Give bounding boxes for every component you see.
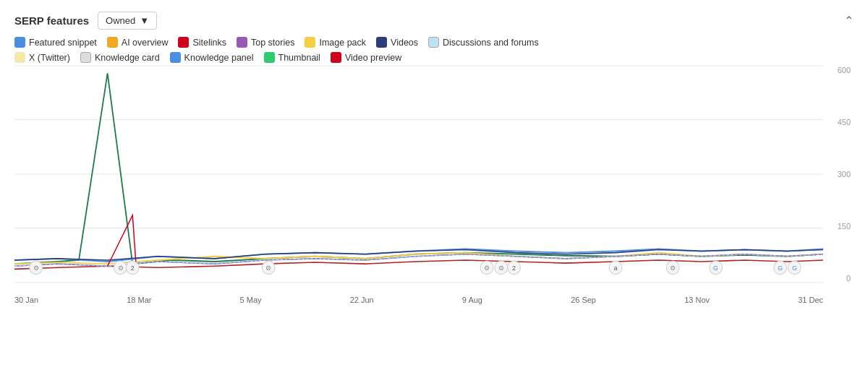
checkbox-sitelinks[interactable] — [178, 37, 189, 48]
checkbox-video-preview[interactable] — [331, 52, 341, 63]
legend-knowledge-card[interactable]: Knowledge card — [80, 52, 160, 63]
event-marker-10-label: G — [713, 264, 718, 272]
checkbox-knowledge-panel[interactable] — [170, 52, 181, 63]
legend-label-top-stories: Top stories — [251, 38, 294, 48]
legend-label-ai-overview: AI overview — [122, 38, 169, 48]
event-marker-2-icon: ⚙ — [118, 264, 124, 272]
checkbox-discussions[interactable] — [428, 37, 439, 48]
checkbox-knowledge-card[interactable] — [80, 52, 91, 63]
legend-label-thumbnail: Thumbnail — [278, 53, 320, 63]
legend-x-twitter[interactable]: X (Twitter) — [14, 52, 70, 63]
legend-label-knowledge-panel: Knowledge panel — [184, 53, 254, 63]
chart-svg: ⚙ ⚙ 2 ⚙ ⚙ ⚙ 2 a ⚙ G — [14, 66, 823, 283]
y-label-0: 0 — [846, 274, 851, 283]
legend-label-discussions: Discussions and forums — [443, 38, 539, 48]
legend-videos[interactable]: Videos — [376, 37, 418, 48]
panel-title: SERP features — [14, 14, 89, 27]
checkbox-ai-overview[interactable] — [107, 37, 118, 48]
x-label-mar: 18 Mar — [127, 296, 151, 304]
legend-label-sitelinks: Sitelinks — [192, 38, 226, 48]
serp-features-panel: SERP features Owned ▼ ⌃ Featured snippet… — [0, 0, 868, 370]
legend-label-featured-snippet: Featured snippet — [29, 38, 97, 48]
event-marker-9-icon: ⚙ — [670, 264, 676, 272]
panel-header: SERP features Owned ▼ ⌃ — [14, 12, 854, 30]
legend-row2: X (Twitter) Knowledge card Knowledge pan… — [14, 52, 854, 63]
checkbox-top-stories[interactable] — [237, 37, 247, 48]
legend: Featured snippet AI overview Sitelinks T… — [14, 37, 854, 48]
checkbox-x-twitter[interactable] — [14, 52, 25, 63]
checkbox-thumbnail[interactable] — [264, 52, 275, 63]
legend-label-x-twitter: X (Twitter) — [29, 53, 70, 63]
legend-top-stories[interactable]: Top stories — [237, 37, 294, 48]
y-label-150: 150 — [838, 222, 851, 231]
legend-featured-snippet[interactable]: Featured snippet — [14, 37, 97, 48]
x-label-jan: 30 Jan — [14, 296, 38, 304]
checkbox-image-pack[interactable] — [305, 37, 315, 48]
x-label-dec: 31 Dec — [798, 296, 823, 304]
y-axis: 600 450 300 150 0 — [825, 66, 854, 283]
y-label-600: 600 — [838, 66, 851, 74]
legend-sitelinks[interactable]: Sitelinks — [178, 37, 226, 48]
checkbox-featured-snippet[interactable] — [14, 37, 25, 48]
event-marker-11-label: G — [778, 264, 783, 272]
event-marker-6-icon: ⚙ — [498, 264, 504, 272]
chart-inner: ⚙ ⚙ 2 ⚙ ⚙ ⚙ 2 a ⚙ G — [14, 66, 823, 283]
legend-thumbnail[interactable]: Thumbnail — [264, 52, 320, 63]
checkbox-videos[interactable] — [376, 37, 387, 48]
legend-ai-overview[interactable]: AI overview — [107, 37, 169, 48]
legend-label-image-pack: Image pack — [319, 38, 366, 48]
x-label-nov: 13 Nov — [684, 296, 710, 304]
x-label-may: 5 May — [240, 296, 262, 304]
y-label-450: 450 — [838, 118, 851, 126]
header-left: SERP features Owned ▼ — [14, 12, 157, 30]
event-marker-12-label: G — [792, 264, 797, 272]
event-marker-3-label: 2 — [131, 264, 135, 272]
legend-label-knowledge-card: Knowledge card — [95, 53, 160, 63]
owned-dropdown[interactable]: Owned ▼ — [98, 12, 157, 30]
x-axis: 30 Jan 18 Mar 5 May 22 Jun 9 Aug 26 Sep … — [14, 296, 823, 304]
event-marker-1-icon: ⚙ — [33, 264, 39, 272]
legend-discussions[interactable]: Discussions and forums — [428, 37, 539, 48]
line-thumbnail — [14, 73, 823, 264]
chevron-down-icon: ▼ — [140, 15, 149, 26]
event-marker-5-icon: ⚙ — [484, 264, 490, 272]
x-label-aug: 9 Aug — [462, 296, 482, 304]
legend-label-video-preview: Video preview — [345, 53, 401, 63]
collapse-button[interactable]: ⌃ — [844, 14, 854, 27]
x-label-sep: 26 Sep — [571, 296, 596, 304]
dropdown-label: Owned — [106, 15, 135, 26]
event-marker-7-label: 2 — [512, 264, 516, 272]
y-label-300: 300 — [838, 170, 851, 178]
legend-label-videos: Videos — [391, 38, 418, 48]
legend-video-preview[interactable]: Video preview — [331, 52, 401, 63]
legend-knowledge-panel[interactable]: Knowledge panel — [170, 52, 254, 63]
event-marker-4-icon: ⚙ — [265, 264, 271, 272]
chart-area: 600 450 300 150 0 — [14, 66, 854, 304]
legend-image-pack[interactable]: Image pack — [305, 37, 366, 48]
x-label-jun: 22 Jun — [350, 296, 374, 304]
